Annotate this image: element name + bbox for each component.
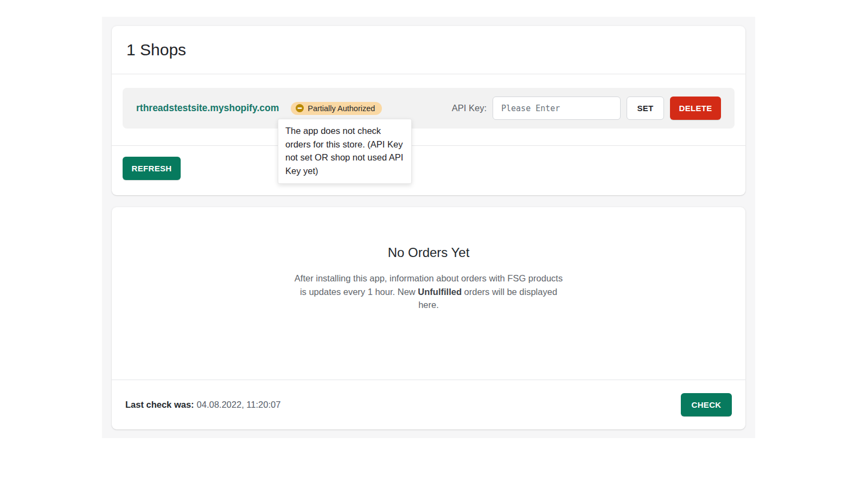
api-key-input[interactable] <box>493 97 621 120</box>
empty-state: No Orders Yet After installing this app,… <box>112 207 745 380</box>
refresh-button[interactable]: REFRESH <box>123 157 181 180</box>
shops-card-header: 1 Shops <box>112 26 745 74</box>
page: 1 Shops rthreadstestsite.myshopify.com P… <box>0 0 868 488</box>
shop-domain-link[interactable]: rthreadstestsite.myshopify.com <box>136 102 279 114</box>
empty-state-text: After installing this app, information a… <box>292 272 566 312</box>
tooltip-text-line: The app does not check <box>285 124 404 138</box>
empty-text-bold: Unfulfilled <box>418 287 462 297</box>
tooltip-text-line: orders for this store. (API Key <box>285 138 404 151</box>
delete-button[interactable]: DELETE <box>670 97 721 120</box>
last-check-label: Last check was: <box>125 400 194 409</box>
set-button[interactable]: SET <box>627 97 664 120</box>
shop-row: rthreadstestsite.myshopify.com Partially… <box>123 88 735 129</box>
last-check: Last check was:04.08.2022, 11:20:07 <box>125 400 280 410</box>
orders-card-footer: Last check was:04.08.2022, 11:20:07 CHEC… <box>112 380 745 429</box>
tooltip-text-line: not set OR shop not used API <box>285 151 404 164</box>
status-badge-label: Partially Authorized <box>308 104 375 113</box>
badge-tooltip: The app does not check orders for this s… <box>278 119 412 184</box>
api-key-label: API Key: <box>452 103 487 113</box>
shop-section: rthreadstestsite.myshopify.com Partially… <box>112 74 745 145</box>
refresh-section: REFRESH <box>112 146 745 195</box>
empty-state-title: No Orders Yet <box>112 245 745 260</box>
shops-card: 1 Shops rthreadstestsite.myshopify.com P… <box>112 26 745 195</box>
page-title: 1 Shops <box>126 40 731 60</box>
status-badge[interactable]: Partially Authorized <box>291 102 382 115</box>
last-check-value: 04.08.2022, 11:20:07 <box>197 400 281 409</box>
check-button[interactable]: CHECK <box>681 393 732 416</box>
partially-complete-circle-icon <box>296 104 304 112</box>
orders-card: No Orders Yet After installing this app,… <box>112 207 745 429</box>
app-container: 1 Shops rthreadstestsite.myshopify.com P… <box>102 17 755 438</box>
tooltip-text-line: Key yet) <box>285 164 404 178</box>
